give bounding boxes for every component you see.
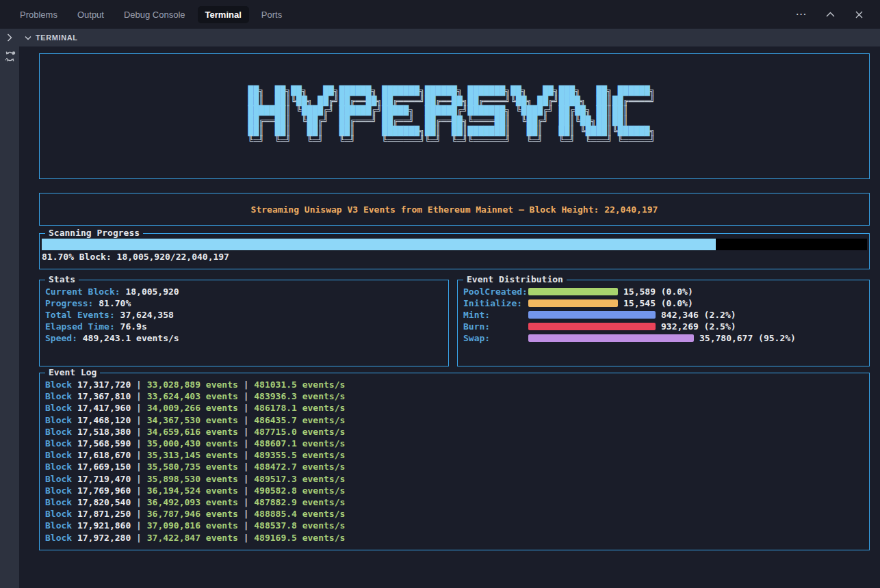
event-log-row: Block 17,820,540 | 36,492,093 events | 4… (45, 496, 869, 508)
distribution-bar (528, 334, 694, 342)
scanning-progress-box: Scanning Progress 81.70% Block: 18,005,9… (39, 233, 870, 269)
event-log-row: Block 17,518,380 | 34,659,616 events | 4… (45, 426, 869, 438)
terminal-header-label: TERMINAL (36, 34, 78, 42)
panel-tab-problems[interactable]: Problems (12, 6, 65, 23)
event-log-row: Block 17,769,960 | 36,194,524 events | 4… (45, 485, 869, 496)
distribution-row: Swap:35,780,677 (95.2%) (463, 332, 869, 344)
stat-row: Progress: 81.70% (45, 297, 448, 309)
distribution-row: PoolCreated:15,589 (0.0%) (463, 286, 869, 297)
distribution-bar (528, 311, 656, 319)
stat-row: Current Block: 18,005,920 (45, 286, 448, 297)
event-log-row: Block 17,468,120 | 34,367,530 events | 4… (45, 414, 869, 426)
terminal-viewport: ██╗ ██╗██╗ ██╗██████╗ ███████╗██████╗ ██… (19, 46, 880, 588)
stat-row: Total Events: 37,624,358 (45, 309, 448, 321)
expand-sidebar-icon[interactable] (7, 29, 12, 46)
event-log-row: Block 17,719,470 | 35,898,530 events | 4… (45, 473, 869, 485)
event-log-row: Block 17,669,150 | 35,580,735 events | 4… (45, 461, 869, 472)
event-log-row: Block 17,568,590 | 35,000,430 events | 4… (45, 438, 869, 449)
progress-label: 81.70% Block: 18,005,920/22,040,197 (41, 250, 868, 263)
status-banner-text: Streaming Uniswap V3 Events from Ethereu… (251, 204, 658, 215)
distribution-bar (528, 323, 656, 330)
event-log-row: Block 17,972,280 | 37,422,847 events | 4… (45, 532, 869, 544)
event-log-row: Block 17,317,720 | 33,028,889 events | 4… (45, 379, 869, 390)
distribution-row: Initialize:15,545 (0.0%) (463, 297, 869, 309)
event-log-box: Event Log Block 17,317,720 | 33,028,889 … (39, 373, 870, 550)
event-log-row: Block 17,367,810 | 33,624,403 events | 4… (45, 390, 869, 402)
panel-actions: ⋯ (795, 8, 869, 21)
event-log-row: Block 17,618,670 | 35,313,145 events | 4… (45, 449, 869, 461)
event-distribution-box: Event Distribution PoolCreated:15,589 (0… (457, 280, 870, 366)
stats-title: Stats (45, 274, 79, 285)
stat-row: Speed: 489,243.1 events/s (45, 332, 448, 344)
event-distribution-title: Event Distribution (463, 274, 567, 285)
panel-tab-debug-console[interactable]: Debug Console (116, 6, 193, 23)
status-banner-box: Streaming Uniswap V3 Events from Ethereu… (39, 193, 870, 226)
event-log-row: Block 17,871,250 | 36,787,946 events | 4… (45, 508, 869, 520)
more-actions-icon[interactable]: ⋯ (795, 8, 807, 21)
distribution-bar (528, 288, 618, 295)
stat-row: Elapsed Time: 76.9s (45, 321, 448, 332)
distribution-row: Burn:932,269 (2.5%) (463, 321, 869, 332)
chevron-down-icon (25, 36, 31, 40)
banner-box: ██╗ ██╗██╗ ██╗██████╗ ███████╗██████╗ ██… (39, 53, 870, 179)
close-panel-icon[interactable] (853, 8, 865, 21)
stats-rows: Current Block: 18,005,920Progress: 81.70… (45, 286, 448, 344)
sync-icon[interactable] (4, 51, 16, 62)
progress-bar (42, 239, 867, 250)
distribution-rows: PoolCreated:15,589 (0.0%)Initialize:15,5… (463, 286, 869, 344)
panel-tab-bar: Problems Output Debug Console Terminal P… (0, 0, 880, 29)
scanning-progress-title: Scanning Progress (45, 228, 143, 239)
event-log-title: Event Log (45, 367, 100, 378)
event-log-row: Block 17,417,960 | 34,009,266 events | 4… (45, 402, 869, 414)
event-log-rows: Block 17,317,720 | 33,028,889 events | 4… (45, 379, 869, 544)
event-log-row: Block 17,921,860 | 37,090,816 events | 4… (45, 520, 869, 531)
maximize-panel-icon[interactable] (824, 8, 836, 21)
panel-tab-output[interactable]: Output (70, 6, 112, 23)
terminal-header[interactable]: TERMINAL (19, 29, 880, 46)
stats-box: Stats Current Block: 18,005,920Progress:… (39, 280, 449, 366)
distribution-bar (528, 299, 618, 307)
progress-fill (42, 239, 716, 250)
panel-tab-terminal[interactable]: Terminal (198, 6, 249, 23)
ascii-banner: ██╗ ██╗██╗ ██╗██████╗ ███████╗██████╗ ██… (248, 86, 661, 146)
distribution-row: Mint:842,346 (2.2%) (463, 309, 869, 321)
panel-tab-ports[interactable]: Ports (254, 6, 289, 23)
panel-left-strip (0, 29, 19, 588)
